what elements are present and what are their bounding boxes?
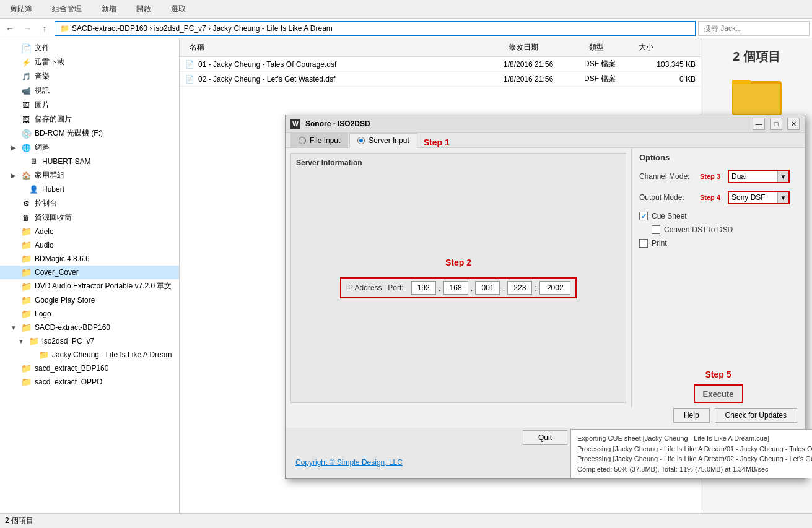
file-icon: 📄 — [185, 59, 194, 69]
up-button[interactable]: ↑ — [37, 21, 52, 36]
sidebar-item-bdrom[interactable]: 💿 BD-ROM 光碟機 (F:) — [0, 126, 179, 141]
sidebar-item-homegroup[interactable]: ▶ 🏠 家用群組 — [0, 168, 179, 183]
ip-octet-4[interactable] — [507, 281, 532, 295]
expand-icon: ▶ — [10, 144, 17, 152]
help-button[interactable]: Help — [673, 408, 710, 423]
print-label: Print — [652, 239, 667, 248]
expand-icon — [10, 130, 17, 137]
channel-mode-dropdown[interactable]: Dual ▼ — [728, 170, 790, 183]
output-mode-label: Output Mode: — [639, 193, 695, 202]
control-icon: ⚙ — [21, 199, 31, 209]
cue-sheet-row[interactable]: ✓ Cue Sheet — [639, 212, 797, 220]
print-checkbox[interactable] — [639, 239, 648, 248]
ip-octet-2[interactable] — [443, 281, 468, 295]
expand-icon: ▶ — [10, 172, 17, 180]
sidebar-item-control-panel[interactable]: ⚙ 控制台 — [0, 196, 179, 210]
channel-mode-row: Channel Mode: Step 3 Dual ▼ — [639, 170, 797, 183]
dialog-maximize-button[interactable]: □ — [770, 118, 782, 130]
file-name: 02 - Jacky Cheung - Let's Get Wasted.dsf — [198, 75, 504, 84]
channel-mode-arrow[interactable]: ▼ — [777, 171, 788, 182]
radio-icon — [357, 137, 365, 144]
dialog-minimize-button[interactable]: ― — [753, 118, 765, 130]
toolbar-select[interactable]: 選取 — [161, 1, 196, 17]
sidebar-item-audio[interactable]: 📁 Audio — [0, 238, 179, 252]
sidebar-item-video[interactable]: 📹 視訊 — [0, 84, 179, 98]
sidebar-item-thunder[interactable]: ⚡ 迅雷下載 — [0, 55, 179, 69]
execute-button[interactable]: Execute — [694, 384, 743, 403]
sidebar-item-pictures[interactable]: 🖼 圖片 — [0, 98, 179, 112]
tab-file-input[interactable]: File Input — [290, 133, 348, 147]
sidebar-item-google-play[interactable]: 📁 Google Play Store — [0, 293, 179, 307]
toolbar-paste[interactable]: 剪貼簿 — [0, 1, 42, 17]
folder-icon: 📁 — [21, 282, 31, 292]
print-row[interactable]: Print — [639, 239, 797, 248]
ip-octet-1[interactable] — [411, 281, 436, 295]
sidebar-item-saved-pictures[interactable]: 🖼 儲存的圖片 — [0, 112, 179, 126]
folder-icon: 📁 — [38, 350, 48, 360]
dialog-tabs: File Input Server Input Step 1 — [286, 133, 805, 148]
forward-button[interactable]: → — [20, 21, 35, 36]
dialog-app-icon: W — [290, 119, 300, 129]
col-header-date[interactable]: 修改日期 — [504, 41, 584, 54]
sidebar-item-logo[interactable]: 📁 Logo — [0, 307, 179, 321]
sidebar-item-documents[interactable]: 📄 文件 — [0, 41, 179, 55]
sidebar-item-music[interactable]: 🎵 音樂 — [0, 69, 179, 84]
sidebar-item-hubert-sam[interactable]: 🖥 HUBERT-SAM — [0, 155, 179, 168]
channel-mode-value: Dual — [729, 172, 777, 181]
network-icon: 🌐 — [21, 143, 31, 153]
sidebar-item-jacky[interactable]: 📁 Jacky Cheung - Life Is Like A Dream — [0, 348, 179, 361]
sidebar-item-label: BD-ROM 光碟機 (F:) — [35, 128, 103, 139]
pictures-icon: 🖼 — [21, 100, 31, 110]
sidebar-item-sacd-oppo[interactable]: 📁 sacd_extract_OPPO — [0, 375, 179, 389]
address-path[interactable]: 📁 SACD-extract-BDP160 › iso2dsd_PC_v7 › … — [55, 21, 696, 36]
output-mode-dropdown[interactable]: Sony DSF ▼ — [728, 191, 790, 204]
toolbar-new[interactable]: 新增 — [92, 1, 126, 17]
sidebar-item-sacd-bdp[interactable]: 📁 sacd_extract_BDP160 — [0, 361, 179, 375]
sidebar-item-network[interactable]: ▶ 🌐 網路 — [0, 141, 179, 155]
sidebar-item-recycle[interactable]: 🗑 資源回收筒 — [0, 210, 179, 225]
quit-button[interactable]: Quit — [523, 430, 567, 445]
cue-sheet-checkbox[interactable]: ✓ — [639, 212, 648, 220]
sidebar-item-bdmagic[interactable]: 📁 BDMagic.4.8.6.6 — [0, 252, 179, 266]
expand-icon — [10, 310, 17, 318]
folder-icon: 📁 — [21, 377, 31, 387]
expand-icon — [10, 255, 17, 262]
toolbar-open[interactable]: 開啟 — [126, 1, 161, 17]
col-header-type[interactable]: 類型 — [584, 41, 634, 54]
sidebar-item-sacd[interactable]: ▼ 📁 SACD-extract-BDP160 — [0, 321, 179, 334]
col-header-size[interactable]: 大小 — [634, 41, 696, 54]
sidebar-item-label: Google Play Store — [35, 296, 95, 305]
sidebar-item-dvd[interactable]: 📁 DVD Audio Extractor Portable v7.2.0 單文 — [0, 279, 179, 293]
port-field[interactable] — [539, 281, 570, 295]
sidebar-item-label: sacd_extract_OPPO — [35, 378, 102, 386]
file-row[interactable]: 📄 01 - Jacky Cheung - Tales Of Courage.d… — [180, 57, 701, 72]
expand-icon — [10, 296, 17, 304]
step2-annotation: Step 2 — [445, 258, 471, 267]
file-size: 0 KB — [634, 75, 696, 84]
toolbar-organize[interactable]: 組合管理 — [42, 1, 92, 17]
sidebar-item-iso2dsd[interactable]: ▼ 📁 iso2dsd_PC_v7 — [0, 334, 179, 348]
col-header-name[interactable]: 名稱 — [185, 41, 504, 54]
copyright-link[interactable]: Copyright © Simple Design, LLC — [295, 458, 403, 467]
output-mode-arrow[interactable]: ▼ — [777, 192, 788, 203]
expand-icon — [10, 283, 17, 290]
options-title: Options — [639, 153, 797, 162]
music-icon: 🎵 — [21, 72, 31, 82]
check-updates-button[interactable]: Check for Updates — [715, 408, 797, 423]
convert-dst-checkbox[interactable] — [652, 225, 660, 234]
dialog-close-button[interactable]: ✕ — [787, 118, 800, 130]
sidebar-item-label: 音樂 — [35, 71, 50, 82]
log-line-5: Completed: 50% (37.8MB), Total: 11% (75.… — [577, 464, 812, 475]
file-row[interactable]: 📄 02 - Jacky Cheung - Let's Get Wasted.d… — [180, 72, 701, 87]
search-input[interactable] — [698, 21, 810, 36]
dialog-title: Sonore - ISO2DSD — [305, 119, 748, 128]
convert-dst-row[interactable]: Convert DST to DSD — [652, 225, 797, 234]
expand-icon — [10, 378, 17, 386]
expand-icon — [10, 365, 17, 372]
sidebar-item-hubert[interactable]: 👤 Hubert — [0, 183, 179, 196]
sidebar-item-cover[interactable]: 📁 Cover_Cover — [0, 266, 179, 279]
tab-server-input[interactable]: Server Input — [349, 133, 417, 148]
back-button[interactable]: ← — [2, 21, 17, 36]
ip-octet-3[interactable] — [475, 281, 500, 295]
sidebar-item-adele[interactable]: 📁 Adele — [0, 225, 179, 238]
